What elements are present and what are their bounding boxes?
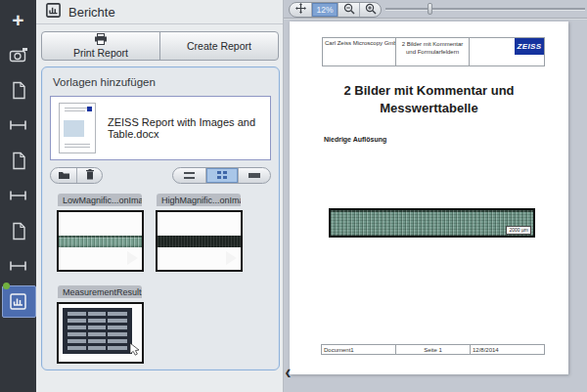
template-list-item[interactable]: ZEISS Report with Images and Table.docx bbox=[59, 103, 262, 153]
sidebar-item-measure-3[interactable] bbox=[0, 248, 36, 283]
measure-icon bbox=[9, 189, 27, 202]
list-view-button[interactable] bbox=[173, 168, 205, 183]
zoom-out-button[interactable] bbox=[338, 3, 359, 17]
placeholder-label: HighMagnific...onImage bbox=[157, 194, 241, 206]
placeholder-low-magnification[interactable]: LowMagnific...onImage bbox=[57, 193, 144, 272]
zoom-toolbar: 12% bbox=[289, 2, 382, 18]
report-icon bbox=[10, 293, 26, 310]
template-list: ZEISS Report with Images and Table.docx bbox=[50, 96, 271, 160]
placeholder-preview bbox=[156, 210, 243, 272]
thumbnail-logo-mark bbox=[87, 107, 92, 111]
measure-icon bbox=[9, 259, 27, 273]
placeholder-label: LowMagnific...onImage bbox=[58, 194, 142, 206]
toolbar-divider bbox=[284, 18, 587, 19]
create-report-label: Create Report bbox=[187, 40, 251, 52]
grid-view-icon bbox=[217, 171, 227, 179]
plus-icon: + bbox=[12, 10, 23, 30]
report-image: 2000 µm bbox=[329, 208, 535, 238]
sidebar-item-measure-2[interactable] bbox=[0, 178, 36, 213]
delete-template-button[interactable] bbox=[76, 168, 102, 183]
report-title: 2 Bilder mit Kommentar und Messwerttabel… bbox=[290, 82, 568, 117]
panel-title: Berichte bbox=[68, 5, 115, 20]
zoom-slider[interactable] bbox=[385, 8, 585, 10]
app-sidebar: + bbox=[0, 0, 36, 392]
trash-icon bbox=[86, 167, 94, 184]
placeholder-preview bbox=[57, 210, 144, 272]
zoom-level-button[interactable]: 12% bbox=[311, 3, 338, 17]
sidebar-item-reports[interactable] bbox=[0, 283, 36, 319]
sidebar-item-document-3[interactable] bbox=[0, 213, 36, 248]
template-tools bbox=[50, 166, 271, 184]
file-tools-group bbox=[50, 167, 103, 184]
sidebar-item-camera[interactable] bbox=[0, 37, 36, 72]
scale-bar-label: 2000 µm bbox=[506, 226, 531, 235]
placeholder-measurement-results[interactable]: MeasurementResults bbox=[57, 284, 144, 364]
template-file-name: ZEISS Report with Images and Table.docx bbox=[108, 116, 262, 140]
print-report-button[interactable]: Print Report bbox=[42, 32, 160, 60]
camera-icon bbox=[9, 47, 28, 64]
pan-button[interactable] bbox=[290, 3, 311, 17]
report-page: Carl Zeiss Microscopy GmbH 2 Bilder mit … bbox=[290, 22, 568, 374]
sidebar-item-document-2[interactable] bbox=[0, 143, 36, 178]
measure-icon bbox=[9, 118, 27, 132]
cursor-icon bbox=[129, 342, 140, 360]
play-arrow-icon bbox=[226, 251, 237, 265]
sidebar-item-add[interactable]: + bbox=[0, 2, 36, 37]
grid-view-button[interactable] bbox=[205, 168, 238, 183]
image-strip bbox=[59, 236, 142, 247]
header-template-cell: 2 Bilder mit Kommentar und Formularfelde… bbox=[396, 38, 470, 65]
thumbnail-image-area bbox=[64, 120, 84, 137]
collapse-panel-chevron[interactable]: ❮ bbox=[285, 370, 292, 377]
play-arrow-icon bbox=[127, 251, 138, 265]
zoom-in-icon bbox=[365, 2, 377, 18]
add-templates-section: Vorlagen hinzufügen ZEISS Report with Im… bbox=[41, 66, 280, 370]
sidebar-item-measure-1[interactable] bbox=[0, 108, 36, 143]
report-icon bbox=[46, 3, 61, 22]
large-view-button[interactable] bbox=[238, 168, 270, 183]
folder-open-icon bbox=[58, 167, 70, 184]
report-section-heading: Niedrige Auflösung bbox=[324, 136, 386, 143]
zoom-in-button[interactable] bbox=[359, 3, 381, 17]
footer-page-cell: Seite 1 bbox=[396, 345, 471, 354]
footer-date-cell: 12/8/2014 bbox=[471, 345, 544, 354]
placeholder-grid: LowMagnific...onImage HighMagnific...onI… bbox=[50, 193, 271, 364]
print-report-label: Print Report bbox=[73, 47, 128, 59]
report-footer-table: Document1 Seite 1 12/8/2014 bbox=[321, 344, 545, 355]
document-icon bbox=[11, 81, 26, 100]
zoom-slider-handle[interactable] bbox=[428, 3, 432, 15]
printer-icon bbox=[94, 33, 108, 47]
sidebar-item-document-1[interactable] bbox=[0, 72, 36, 108]
report-header-table: Carl Zeiss Microscopy GmbH 2 Bilder mit … bbox=[322, 37, 545, 66]
footer-document-cell: Document1 bbox=[322, 345, 396, 354]
template-thumbnail bbox=[59, 103, 96, 153]
table-graphic bbox=[63, 308, 132, 354]
zeiss-logo: ZEISS bbox=[515, 38, 544, 55]
create-report-button[interactable]: Create Report bbox=[160, 32, 278, 60]
report-preview-pane: 12% Carl Zeis bbox=[284, 0, 587, 392]
reports-panel: Berichte Print Report Create Report Vorl… bbox=[36, 0, 284, 392]
header-company-cell: Carl Zeiss Microscopy GmbH bbox=[323, 38, 396, 65]
panel-header: Berichte bbox=[36, 0, 283, 24]
zoom-level-value: 12% bbox=[316, 5, 333, 15]
zoom-out-icon bbox=[343, 2, 355, 18]
placeholder-preview bbox=[57, 302, 144, 364]
list-view-icon bbox=[184, 172, 195, 179]
document-icon bbox=[11, 152, 26, 170]
image-strip bbox=[158, 236, 241, 247]
add-templates-title: Vorlagen hinzufügen bbox=[53, 76, 271, 88]
document-icon bbox=[11, 222, 26, 240]
report-actions: Print Report Create Report bbox=[41, 31, 279, 61]
open-template-button[interactable] bbox=[51, 168, 76, 183]
header-logo-cell: ZEISS bbox=[470, 38, 544, 65]
view-toggle-group bbox=[172, 167, 271, 184]
large-view-icon bbox=[248, 173, 260, 178]
active-status-dot bbox=[3, 283, 10, 289]
placeholder-high-magnification[interactable]: HighMagnific...onImage bbox=[156, 193, 243, 272]
placeholder-label: MeasurementResults bbox=[58, 285, 142, 298]
pan-icon bbox=[294, 2, 307, 18]
